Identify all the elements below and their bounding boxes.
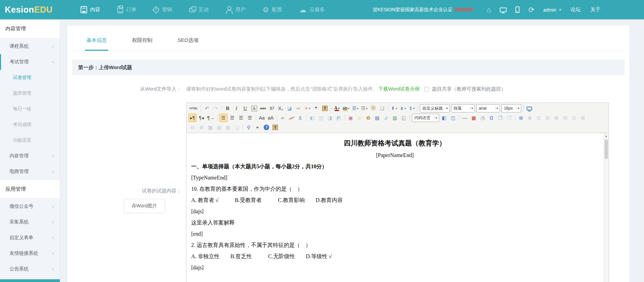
heading-style-select[interactable]: 自定义标题▾ xyxy=(420,104,450,112)
horizontal-rule-icon[interactable]: — xyxy=(461,114,469,122)
insert-media-icon[interactable]: ◱ xyxy=(400,114,408,122)
remote-media-icon[interactable]: ◫ xyxy=(449,114,457,122)
html-source-icon[interactable]: HTML xyxy=(188,104,199,112)
undo-icon[interactable]: ↶ xyxy=(203,104,211,112)
align-left-icon[interactable]: ☰ xyxy=(219,114,228,122)
ltr-paragraph-icon[interactable]: ▸¶ xyxy=(188,114,197,122)
nav-item-marketing[interactable]: 营销 xyxy=(153,6,172,13)
anchor-icon[interactable]: ⚓ xyxy=(296,114,304,122)
code-language-select[interactable]: 代码语言▾ xyxy=(412,114,439,122)
paste-text-icon[interactable]: T xyxy=(321,104,329,112)
insert-chart-icon[interactable]: ▥ xyxy=(391,114,399,122)
split-cell-icon[interactable]: ⊡ xyxy=(570,114,578,122)
word-image-icon[interactable]: ❒ xyxy=(505,114,513,122)
tab-permission-control[interactable]: 权限控制 xyxy=(131,37,154,51)
magic-wand-icon[interactable]: ✶▾ xyxy=(303,104,311,112)
new-page-icon[interactable]: ❏ xyxy=(378,104,386,112)
table-prop-icon[interactable]: ⊡ xyxy=(535,114,543,122)
italic-icon[interactable]: I xyxy=(232,104,241,112)
font-family-select[interactable]: arial▾ xyxy=(476,104,500,112)
nav-item-interact[interactable]: 互动 xyxy=(189,6,209,13)
insert-image-icon[interactable]: ▣ xyxy=(347,114,355,122)
unlink-icon[interactable]: ∞ xyxy=(287,114,296,122)
code-block-icon[interactable]: ◧ xyxy=(440,114,448,122)
subscript-icon[interactable]: X₂ xyxy=(277,104,285,112)
sidebar-subitem-function-settings[interactable]: 功能设置 xyxy=(0,132,60,148)
insert-row-below-icon[interactable]: ⊞ xyxy=(197,123,205,131)
sidebar-item-friend-link-system[interactable]: 友情链接系统› xyxy=(0,246,60,261)
tab-basic-info[interactable]: 基本信息 xyxy=(85,37,108,51)
strikethrough-icon[interactable]: ABC xyxy=(259,104,267,112)
paragraph-top-spacing-icon[interactable]: ⇞▾ xyxy=(390,104,398,112)
line-height-icon[interactable]: ⇕▾ xyxy=(408,104,416,112)
align-right-icon[interactable]: ☰ xyxy=(237,114,245,122)
editor-scrollbar[interactable]: ▲ xyxy=(604,133,609,282)
sidebar-subitem-paper-management[interactable]: 试卷管理 xyxy=(0,70,60,85)
insert-music-icon[interactable]: ♫ xyxy=(382,114,390,122)
share-question-checkbox[interactable] xyxy=(424,87,429,92)
sidebar-item-content-management[interactable]: 内容管理› xyxy=(0,148,60,164)
eraser-icon[interactable]: ◪ xyxy=(285,104,294,112)
tab-seo-options[interactable]: SEO选项 xyxy=(176,37,200,51)
sidebar-item-wechat-official-account[interactable]: 微信公众号› xyxy=(0,199,60,214)
insert-video-icon[interactable]: ▤ xyxy=(373,114,381,122)
sidebar-subitem-exam-scores[interactable]: 考试成绩 xyxy=(0,117,60,132)
char-spacing-increase-icon[interactable]: Aa xyxy=(258,114,266,122)
font-size-select[interactable]: 16px▾ xyxy=(501,104,521,112)
sidebar-subitem-question-bank[interactable]: 题库管理 xyxy=(0,85,60,101)
fullscreen-icon[interactable] xyxy=(525,104,533,112)
sidebar-item-partial[interactable] xyxy=(0,279,60,282)
blank-page-icon[interactable]: ❏ xyxy=(233,123,241,131)
emoticon-icon[interactable]: ☺ xyxy=(356,114,364,122)
paragraph-bottom-spacing-icon[interactable]: ⇟▾ xyxy=(399,104,407,112)
underline-icon[interactable]: U xyxy=(241,104,249,112)
font-color-icon[interactable]: A▾ xyxy=(333,104,341,112)
monitor-icon[interactable] xyxy=(500,7,507,12)
redo-icon[interactable]: ↷ xyxy=(212,104,220,112)
find-replace-icon[interactable]: ⌖ xyxy=(253,123,262,131)
paragraph-format-select[interactable]: 段落▾ xyxy=(451,104,475,112)
link-icon[interactable]: ∞ xyxy=(279,114,287,122)
home-icon[interactable]: ⌂ xyxy=(487,6,491,13)
sidebar-item-ecommerce-management[interactable]: 电商管理› xyxy=(0,164,60,179)
merge-down-icon[interactable]: ⊟ xyxy=(561,114,569,122)
insert-col-left-icon[interactable]: ▦ xyxy=(206,123,214,131)
user-menu[interactable]: admin▼ xyxy=(543,7,562,13)
unordered-list-icon[interactable]: ☰▾ xyxy=(360,104,369,112)
nav-item-config[interactable]: ⚙配置 xyxy=(263,6,282,13)
sidebar-item-collection-system[interactable]: 采集系统› xyxy=(0,214,60,230)
superscript-icon[interactable]: X² xyxy=(268,104,276,112)
app-logo[interactable]: KesionEDU xyxy=(5,5,53,15)
sidebar-item-exam-management[interactable]: 考试管理› xyxy=(0,54,60,70)
nav-item-orders[interactable]: 订单 xyxy=(117,6,136,13)
scrollbar-up-icon[interactable]: ▲ xyxy=(604,133,609,139)
mobile-icon[interactable] xyxy=(515,6,519,13)
align-center-icon[interactable]: ☰ xyxy=(228,114,236,122)
sidebar-subitem-daily-practice[interactable]: 每日一练 xyxy=(0,101,60,117)
sidebar-item-custom-form[interactable]: 自定义表单› xyxy=(0,230,60,246)
image-align-center-icon[interactable]: ◫ xyxy=(317,114,325,122)
scrollbar-thumb[interactable] xyxy=(605,139,608,159)
bold-icon[interactable]: B xyxy=(224,104,232,112)
blockquote-icon[interactable]: ❝ xyxy=(312,104,320,112)
highlight-color-icon[interactable]: ab▾ xyxy=(342,104,350,112)
indent-icon[interactable]: ¶→ xyxy=(206,114,216,122)
calendar-icon[interactable]: ▦ xyxy=(470,114,478,122)
image-block-icon[interactable]: ◩ xyxy=(335,114,343,122)
table-full-icon[interactable]: ⊞ xyxy=(579,114,587,122)
merge-right-icon[interactable]: ⊞ xyxy=(552,114,561,122)
nav-link-forum[interactable]: 论坛 xyxy=(571,6,581,13)
nav-item-cloud[interactable]: ☁云服务 xyxy=(299,6,325,13)
save-word-image-button[interactable]: 存Word图片 xyxy=(124,199,165,213)
download-word-sample-link[interactable]: 下载Word试卷示例 xyxy=(378,86,419,92)
cell-prop-icon[interactable]: ⊟ xyxy=(544,114,552,122)
align-justify-icon[interactable]: ☰ xyxy=(246,114,254,122)
sidebar-item-course-system[interactable]: 课程系统› xyxy=(0,38,60,54)
table-delete-icon[interactable]: ⊠ xyxy=(526,114,534,122)
format-brush-icon[interactable]: ✑ xyxy=(294,104,302,112)
char-spacing-decrease-icon[interactable]: aA xyxy=(267,114,275,122)
insert-col-right-icon[interactable]: ▤ xyxy=(215,123,223,131)
nav-link-about[interactable]: 关于 xyxy=(590,6,600,13)
preview-icon[interactable]: ⚲ xyxy=(245,123,253,131)
special-char-icon[interactable]: Ω xyxy=(488,114,496,122)
